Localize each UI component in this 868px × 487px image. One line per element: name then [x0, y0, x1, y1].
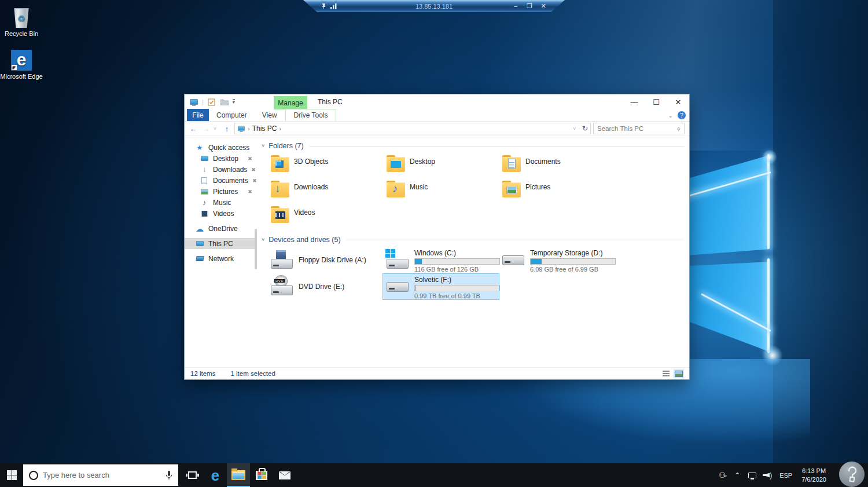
address-bar[interactable]: › This PC › ˅ ↻ [234, 123, 591, 134]
forward-button[interactable]: → [201, 125, 211, 133]
system-menu-icon[interactable] [189, 98, 198, 106]
ribbon-contextual-group-manage[interactable]: Manage [274, 96, 307, 109]
downloads-icon: ↓ [200, 166, 209, 173]
clock[interactable]: 6:13 PM 7/6/2020 [797, 467, 831, 484]
edge-icon: e [211, 468, 219, 483]
drive-tile-windows-c[interactable]: Windows (C:) 116 GB free of 126 GB [383, 247, 499, 273]
quick-access-toolbar: | ▾ [189, 98, 235, 106]
folder-tile-downloads[interactable]: ↓ Downloads [267, 179, 383, 204]
volume-icon[interactable]: ) [760, 471, 775, 479]
tab-drive-tools[interactable]: Drive Tools [285, 109, 336, 121]
close-button[interactable]: ✕ [667, 94, 689, 109]
expand-ribbon-icon[interactable]: ⌄ [668, 112, 673, 119]
rdp-restore-button[interactable]: ❐ [525, 2, 534, 10]
start-button[interactable] [0, 463, 23, 487]
pictures-icon [200, 189, 209, 195]
film-glyph [275, 211, 285, 219]
taskbar-store-button[interactable] [250, 463, 273, 487]
file-explorer-icon [231, 470, 245, 480]
folder-icon: ♪ [387, 182, 405, 197]
folder-tile-desktop[interactable]: Desktop [383, 153, 499, 179]
taskbar-search-input[interactable] [43, 471, 161, 479]
ribbon-tab-row: File Computer View Drive Tools ⌄ ? [185, 109, 689, 122]
rdp-close-button[interactable]: ✕ [539, 2, 547, 10]
details-view-button[interactable] [661, 369, 671, 378]
search-input[interactable] [597, 125, 676, 132]
drive-tile-dvd-e[interactable]: DVD DVD Drive (E:) [267, 274, 383, 299]
tab-file[interactable]: File [187, 109, 209, 121]
breadcrumb-this-pc[interactable]: This PC [252, 125, 277, 133]
sidebar-item-pictures[interactable]: Pictures ✚ [185, 186, 257, 197]
language-indicator[interactable]: ESP [775, 472, 797, 479]
windows-logo-edge [701, 293, 771, 331]
recent-locations-dropdown-icon[interactable]: ˅ [214, 126, 219, 131]
sidebar-item-desktop[interactable]: Desktop ✚ [185, 153, 257, 164]
folder-tile-videos[interactable]: Videos [267, 204, 383, 230]
desktop-icon-recycle-bin[interactable]: ♻ Recycle Bin [0, 5, 43, 37]
selection-count: 1 item selected [230, 370, 275, 377]
tab-computer[interactable]: Computer [209, 109, 255, 121]
maximize-button[interactable]: ☐ [645, 94, 667, 109]
breadcrumb-separator[interactable]: › [279, 125, 281, 132]
up-button[interactable]: ↑ [222, 125, 232, 133]
rdp-minimize-button[interactable]: – [512, 2, 520, 10]
sidebar-item-videos[interactable]: Videos [185, 208, 257, 219]
large-icons-view-button[interactable] [674, 369, 683, 378]
new-folder-button[interactable] [220, 98, 229, 106]
properties-button[interactable] [207, 98, 216, 106]
refresh-icon[interactable]: ↻ [582, 125, 588, 133]
network-tray-icon[interactable] [745, 471, 760, 479]
taskbar-search-box[interactable] [23, 464, 178, 486]
taskbar-edge-button[interactable]: e [204, 463, 227, 487]
group-header-drives[interactable]: ˅ Devices and drives (5) [262, 236, 685, 244]
tab-view[interactable]: View [255, 109, 285, 121]
drive-tile-solvetic-f-selected[interactable]: Solvetic (F:) 0.99 TB free of 0.99 TB [383, 274, 499, 299]
sidebar-item-this-pc[interactable]: This PC [185, 238, 257, 249]
music-icon: ♪ [200, 199, 209, 206]
customize-toolbar-dropdown-icon[interactable]: ▾ [233, 99, 235, 105]
desktop-icon [200, 156, 209, 161]
back-button[interactable]: ← [188, 125, 198, 133]
folder-icon [271, 208, 289, 223]
sidebar-item-documents[interactable]: Documents ✚ [185, 175, 257, 186]
folder-tile-documents[interactable]: Documents [499, 153, 615, 179]
folder-tile-music[interactable]: ♪ Music [383, 179, 499, 204]
separator: | [202, 98, 204, 105]
sidebar-item-downloads[interactable]: ↓ Downloads ✚ [185, 164, 257, 175]
collapse-group-icon[interactable]: ˅ [262, 143, 264, 149]
sidebar-item-onedrive[interactable]: ☁ OneDrive [185, 223, 257, 234]
desktop-glyph [391, 161, 401, 168]
task-view-button[interactable] [181, 463, 204, 487]
search-box[interactable]: ⌕ [593, 123, 685, 134]
address-dropdown-icon[interactable]: ˅ [573, 126, 579, 131]
microphone-icon[interactable] [165, 471, 172, 480]
folder-tile-pictures[interactable]: Pictures [499, 179, 615, 204]
group-header-folders[interactable]: ˅ Folders (7) [262, 142, 685, 150]
document-glyph [508, 159, 516, 169]
drive-tile-temporary-d[interactable]: Temporary Storage (D:) 6.09 GB free of 6… [499, 247, 615, 273]
help-icon[interactable]: ? [678, 111, 686, 119]
3d-cube-glyph [275, 160, 284, 168]
minimize-button[interactable]: — [623, 94, 645, 109]
taskbar-mail-button[interactable] [273, 463, 296, 487]
taskbar-file-explorer-button-active[interactable] [227, 463, 250, 487]
folder-tile-3d-objects[interactable]: 3D Objects [267, 153, 383, 179]
sidebar-item-music[interactable]: ♪ Music [185, 197, 257, 208]
desktop-icon-microsoft-edge[interactable]: e◤ Microsoft Edge [0, 47, 43, 80]
tray-time: 6:13 PM [802, 467, 826, 474]
title-bar[interactable]: | ▾ Manage This PC — ☐ ✕ [185, 94, 689, 109]
drive-tile-floppy-a[interactable]: Floppy Disk Drive (A:) [267, 247, 383, 273]
item-count: 12 items [190, 370, 215, 377]
drive-icon [502, 249, 525, 271]
sidebar-item-quick-access[interactable]: ★ Quick access [185, 142, 257, 153]
folders-grid: 3D Objects Desktop Documents ↓ Downloads… [267, 153, 689, 230]
pin-icon: ✚ [247, 155, 253, 162]
show-hidden-icons-chevron[interactable]: ⌃ [730, 471, 745, 479]
address-bar-row: ← → ˅ ↑ › This PC › ˅ ↻ ⌕ [185, 122, 689, 136]
collapse-group-icon[interactable]: ˅ [262, 237, 264, 243]
people-icon[interactable]: ⚇ᴿ [715, 471, 730, 479]
sidebar-scrollbar[interactable] [255, 229, 257, 269]
sidebar-item-network[interactable]: Network [185, 253, 257, 264]
wallpaper-shade [773, 0, 868, 463]
quick-access-star-icon: ★ [195, 144, 204, 151]
